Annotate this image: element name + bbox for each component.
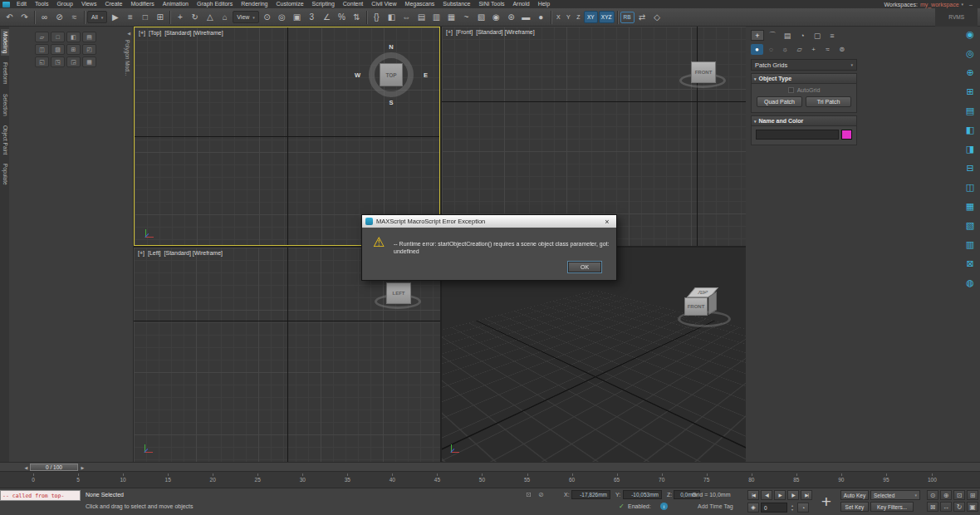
rb-button[interactable]: RB [620,12,635,23]
axis-y-button[interactable]: Y [564,12,573,23]
lights-category-icon[interactable]: ☼ [779,44,791,55]
display-tab-icon[interactable]: ▢ [811,30,824,41]
add-time-tag[interactable]: Add Time Tag [698,503,733,509]
menu-item[interactable]: Scripting [308,0,339,8]
time-slider-right-arrow[interactable]: ▶ [79,464,86,471]
reference-coordinate-dropdown[interactable]: View ▾ [233,11,259,23]
info-icon[interactable]: i [660,503,668,510]
bind-to-spacewarp-icon[interactable]: ≈ [67,10,81,24]
viewport-menu-view[interactable]: [Left] [148,250,161,256]
viewcube-compass[interactable]: TOP N S W E [362,46,420,104]
menu-item[interactable]: Modifiers [126,0,158,8]
rendered-frame-icon[interactable]: ▬ [519,10,533,24]
auto-key-button[interactable]: Auto Key [840,490,869,500]
goto-end-button[interactable]: ▶| [801,490,812,500]
ribbon-collapse-icon[interactable]: ◀ [127,31,130,36]
dock-icon-11[interactable]: ▧ [964,219,977,231]
menu-item[interactable]: Views [77,0,101,8]
autogrid-checkbox[interactable] [788,87,794,93]
enabled-label[interactable]: Enabled: [628,503,651,509]
render-icon[interactable]: ● [534,10,548,24]
angle-snap-icon[interactable]: ∠ [320,10,334,24]
dock-icon-5[interactable]: ▤ [964,105,977,116]
ribbon-tool-icon-4[interactable]: ▤ [82,32,96,42]
utilities-tab-icon[interactable]: ≡ [826,30,839,41]
ok-button[interactable]: OK [568,262,601,272]
viewport-menu-view[interactable]: [Front] [456,29,473,35]
motion-tab-icon[interactable]: ◔ [796,30,809,41]
curve-editor-icon[interactable]: ~ [459,10,473,24]
time-slider-left-arrow[interactable]: ◀ [22,464,30,471]
x-coordinate-field[interactable]: -17,826mm [571,490,610,499]
menu-item[interactable]: Create [100,0,126,8]
select-link-icon[interactable]: ∞ [37,10,51,24]
dock-icon-7[interactable]: ◨ [964,143,977,154]
next-frame-button[interactable]: |▶ [787,490,799,500]
key-filters-button[interactable]: Key Filters... [870,502,914,512]
current-frame-field[interactable]: 0 [761,503,787,513]
viewport-menu-shading[interactable]: [Standard] [Wireframe] [476,29,534,35]
object-type-button[interactable]: Tri Patch [806,96,851,107]
compass-east-label[interactable]: E [424,71,428,79]
menu-item[interactable]: Graph Editors [193,0,237,8]
redo-icon[interactable]: ↷ [17,10,32,24]
spacewarps-category-icon[interactable]: ≈ [821,44,834,55]
compass-west-label[interactable]: W [355,71,360,79]
percent-snap-icon[interactable]: % [335,10,349,24]
viewcube-left-face[interactable]: LEFT [386,282,411,304]
dock-icon-12[interactable]: ▥ [964,238,977,250]
helpers-category-icon[interactable]: + [807,44,820,55]
align-icon[interactable]: ⇔ [399,10,414,24]
select-rotate-icon[interactable]: ↻ [188,10,202,24]
ribbon-tool-icon-3[interactable]: ◧ [66,32,81,42]
zoom-all-icon[interactable]: ⊕ [940,490,952,500]
viewport-menu-plus[interactable]: [+] [446,29,453,35]
dock-icon-2[interactable]: ◎ [964,47,977,59]
keyboard-override-icon[interactable]: ▣ [290,10,304,24]
zoom-extents-icon[interactable]: ⊡ [953,490,965,500]
selection-filter-dropdown[interactable]: All ▾ [87,11,107,23]
systems-category-icon[interactable]: ⊚ [835,44,848,55]
snap-toggle-3d-icon[interactable]: 3 [305,10,319,24]
named-selection-sets-icon[interactable]: {} [370,10,384,24]
compass-north-label[interactable]: N [389,43,393,51]
ribbon-tool-icon-10[interactable]: ◳ [51,56,65,67]
zoom-extents-all-icon[interactable]: ⊞ [967,490,978,500]
ribbon-tool-icon-6[interactable]: ▨ [51,44,65,55]
scene-explorer-icon[interactable]: ▤ [414,10,429,24]
ribbon-tool-icon-1[interactable]: ▱ [35,32,49,42]
viewport-menu-shading[interactable]: [Standard] [Wireframe] [164,30,223,36]
menu-item[interactable]: Megascans [401,0,439,8]
ribbon-tool-icon-7[interactable]: ⊞ [66,44,81,55]
viewcube-perspective[interactable]: TOP FRONT [676,287,734,334]
use-pivot-center-icon[interactable]: ⊙ [260,10,274,24]
mirror-icon[interactable]: ◧ [385,10,399,24]
menu-item[interactable]: Content [339,0,368,8]
viewport-menu-plus[interactable]: [+] [138,250,145,256]
spinner-down-icon[interactable]: ▾ [791,508,793,512]
app-logo-icon[interactable] [2,2,10,7]
menu-item[interactable]: Animation [159,0,193,8]
time-slider[interactable]: ◀ 0 / 100 ▶ [0,462,980,472]
spinner-snap-icon[interactable]: ⇅ [350,10,364,24]
name-color-rollout-header[interactable]: ▾ Name and Color [752,116,856,126]
ribbon-tool-icon-11[interactable]: ◲ [66,56,81,67]
menubar-collapse-icon[interactable]: – [966,2,976,7]
maxscript-mini-listener[interactable]: -- called from top- [0,490,81,501]
ribbon-toggle-icon[interactable]: ▦ [444,10,458,24]
viewcube-front-face[interactable]: FRONT [691,61,716,83]
y-coordinate-field[interactable]: -10,053mm [623,490,662,499]
geometry-category-icon[interactable]: ● [751,44,763,55]
isolate-toggle-icon[interactable]: ◇ [650,10,664,24]
selection-lock-icon[interactable]: ⊘ [538,491,544,498]
select-object-icon[interactable]: ▶ [108,10,122,24]
menu-item[interactable]: SiNi Tools [474,0,508,8]
cameras-category-icon[interactable]: ▱ [793,44,806,55]
ribbon-tab-freeform[interactable]: Freeform [1,60,9,86]
object-type-rollout-header[interactable]: ▾ Object Type [752,74,856,84]
viewcube-front-face[interactable]: FRONT [684,297,708,316]
isolate-selection-icon[interactable]: ⊡ [526,491,532,498]
select-by-name-icon[interactable]: ≡ [123,10,137,24]
dock-icon-8[interactable]: ⊟ [964,162,977,174]
ribbon-tab-modeling[interactable]: Modeling [1,29,9,56]
